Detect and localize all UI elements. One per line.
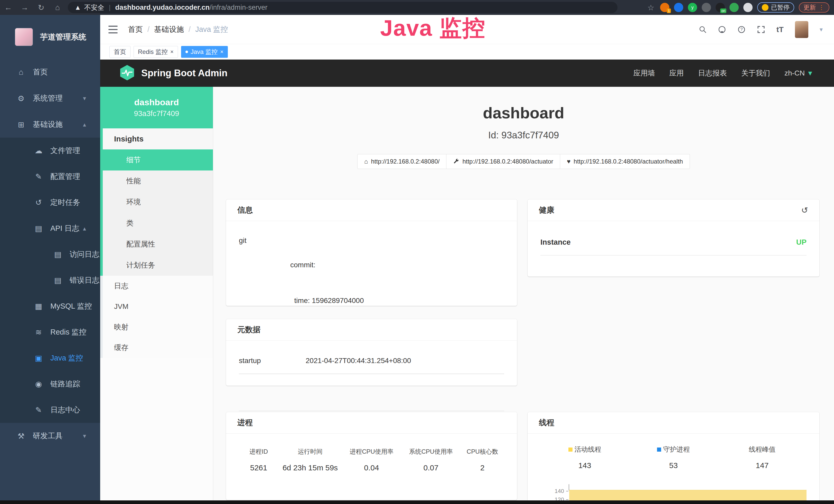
bottom-edge — [0, 500, 834, 504]
security-label: 不安全 — [84, 3, 104, 12]
info-card: 信息 git commit: time: 1596289704000 id: 2… — [226, 200, 517, 306]
nav-journal[interactable]: 日志报表 — [698, 68, 727, 78]
address-bar[interactable]: ▲ 不安全 | dashboard.yudao.iocoder.cn /infr… — [68, 2, 617, 13]
chevron-down-icon: ▾ — [83, 95, 86, 102]
sidebar-item-mysql[interactable]: ▦ MySQL 监控 — [0, 293, 100, 319]
layers-icon: ≋ — [34, 328, 44, 337]
github-icon[interactable] — [718, 25, 726, 33]
sidebar-item-system[interactable]: ⚙ 系统管理 ▾ — [0, 85, 100, 111]
update-label: 更新 — [804, 3, 816, 12]
sba-item-details[interactable]: 细节 — [103, 150, 213, 170]
breadcrumb: 首页 / 基础设施 / Java 监控 — [128, 24, 228, 35]
sidebar-item-home[interactable]: ⌂ 首页 — [0, 59, 100, 85]
sba-item-metrics[interactable]: 性能 — [103, 170, 213, 191]
home-icon[interactable]: ⌂ — [49, 3, 66, 12]
close-icon[interactable]: × — [170, 48, 174, 55]
sidebar-item-infra[interactable]: ⊞ 基础设施 ▴ — [0, 111, 100, 138]
sba-item-classes[interactable]: 类 — [103, 212, 213, 234]
sidebar-item-log-center[interactable]: ✎ 日志中心 — [0, 397, 100, 423]
sidebar-item-jobs[interactable]: ↺ 定时任务 — [0, 189, 100, 215]
process-card-body: 进程ID 运行时间 进程CPU使用率 系统CPU使用率 CPU核心数 5261 … — [226, 434, 517, 482]
metadata-value: 2021-04-27T00:44:31.254+08:00 — [306, 357, 411, 365]
sba-item-caches[interactable]: 缓存 — [103, 337, 213, 358]
sidebar-item-redis[interactable]: ≋ Redis 监控 — [0, 319, 100, 345]
grid-extension-icon[interactable] — [702, 3, 711, 12]
sba-item-scheduled-tasks[interactable]: 计划任务 — [103, 255, 213, 276]
extension-icon[interactable]: 1 — [660, 3, 670, 12]
font-size-icon[interactable]: tT — [776, 25, 784, 34]
browser-menu-icon[interactable]: ⋮ — [818, 4, 825, 11]
paused-label: 已暂停 — [771, 3, 790, 12]
brand-block[interactable]: 芋道管理系统 — [0, 15, 100, 59]
home-icon: ⌂ — [16, 68, 26, 76]
sba-item-jvm[interactable]: JVM — [103, 296, 213, 317]
avatar[interactable] — [795, 21, 808, 38]
sidebar-item-error-log[interactable]: ▤ 错误日志 — [0, 267, 100, 293]
caret-down-icon[interactable]: ▾ — [820, 26, 823, 33]
service-url-button[interactable]: ⌂ http://192.168.0.2:48080/ — [357, 154, 446, 169]
warning-icon: ▲ — [74, 4, 81, 12]
nav-about[interactable]: 关于我们 — [741, 68, 770, 78]
sba-item-logging[interactable]: 日志 — [103, 276, 213, 296]
help-icon[interactable]: ? — [738, 25, 746, 33]
sidebar-item-api-log[interactable]: ▤ API 日志 ▴ — [0, 215, 100, 241]
breadcrumb-home[interactable]: 首页 — [128, 24, 143, 35]
sidebar-item-config[interactable]: ✎ 配置管理 — [0, 164, 100, 189]
fullscreen-icon[interactable] — [757, 25, 765, 33]
url-host: dashboard.yudao.iocoder.cn — [115, 4, 210, 12]
search-icon[interactable] — [699, 26, 707, 33]
tag-java-monitor[interactable]: Java 监控 × — [181, 46, 228, 58]
reload-icon[interactable]: ↻ — [33, 3, 49, 12]
sba-item-mappings[interactable]: 映射 — [103, 317, 213, 337]
back-icon[interactable]: ← — [0, 3, 17, 12]
pin-extension-icon[interactable] — [674, 3, 683, 12]
sba-header: Spring Boot Admin 应用墙 应用 日志报表 关于我们 zh-CN… — [100, 60, 834, 87]
threads-card-body: 活动线程 143 守护进程 53 线程峰值 147 140 120 100 — [528, 434, 819, 500]
sidebar-item-dev-tools[interactable]: ⚒ 研发工具 ▾ — [0, 423, 100, 449]
tag-home[interactable]: 首页 — [109, 46, 130, 58]
green-extension-icon[interactable]: y — [688, 3, 697, 12]
forward-icon[interactable]: → — [17, 3, 33, 12]
browser-actions: ☆ 1 y on 已暂停 更新 ⋮ — [646, 2, 834, 13]
history-icon[interactable]: ↺ — [801, 205, 808, 215]
health-url-button[interactable]: ♥ http://192.168.0.2:48080/actuator/heal… — [560, 154, 690, 169]
collapse-sidebar-icon[interactable] — [108, 26, 118, 33]
page-id: Id: 93a3fc7f7409 — [213, 130, 834, 141]
active-dot — [185, 51, 188, 53]
sba-item-environment[interactable]: 环境 — [103, 191, 213, 212]
insights-group: Insights 细节 性能 环境 类 配置属性 计划任务 — [100, 129, 213, 276]
doc-icon: ▤ — [53, 276, 63, 285]
insights-section-label: Insights — [103, 129, 213, 150]
paused-profile-pill[interactable]: 已暂停 — [757, 2, 794, 13]
actuator-url-button[interactable]: http://192.168.0.2:48080/actuator — [446, 154, 560, 169]
home-icon: ⌂ — [364, 158, 368, 165]
nav-wallboard[interactable]: 应用墙 — [633, 68, 655, 78]
update-browser-button[interactable]: 更新 ⋮ — [799, 2, 829, 13]
close-icon[interactable]: × — [220, 48, 223, 55]
cpu-cores: 2 — [461, 463, 504, 472]
application-id: 93a3fc7f7409 — [134, 109, 179, 118]
heart-icon: ♥ — [567, 158, 570, 165]
bookmark-star-icon[interactable]: ☆ — [646, 3, 656, 12]
brand-logo — [15, 28, 33, 46]
leaf-extension-icon[interactable] — [729, 3, 739, 12]
system-cpu: 0.07 — [401, 463, 461, 472]
sidebar-item-files[interactable]: ☁ 文件管理 — [0, 138, 100, 164]
sidebar-item-tracing[interactable]: ◉ 链路追踪 — [0, 371, 100, 397]
health-card-body: Instance UP — [528, 221, 819, 266]
svg-text:?: ? — [740, 27, 743, 31]
status-badge: UP — [796, 238, 807, 247]
sba-item-config-props[interactable]: 配置属性 — [103, 234, 213, 255]
sidebar-item-access-log[interactable]: ▤ 访问日志 — [0, 241, 100, 267]
application-header[interactable]: dashboard 93a3fc7f7409 — [100, 87, 213, 129]
sidebar-item-java-monitor[interactable]: ▣ Java 监控 — [0, 345, 100, 371]
on-badge: on — [720, 8, 726, 13]
table-row[interactable]: Instance UP — [541, 238, 807, 255]
locale-select[interactable]: zh-CN▼ — [785, 69, 813, 77]
tag-redis-monitor[interactable]: Redis 监控 × — [134, 46, 178, 58]
puzzle-extension-icon[interactable] — [743, 3, 752, 12]
nav-applications[interactable]: 应用 — [670, 68, 684, 78]
breadcrumb-infra[interactable]: 基础设施 — [154, 24, 184, 35]
info-card-header: 信息 — [226, 200, 517, 221]
dark-extension-icon[interactable]: on — [716, 3, 725, 12]
